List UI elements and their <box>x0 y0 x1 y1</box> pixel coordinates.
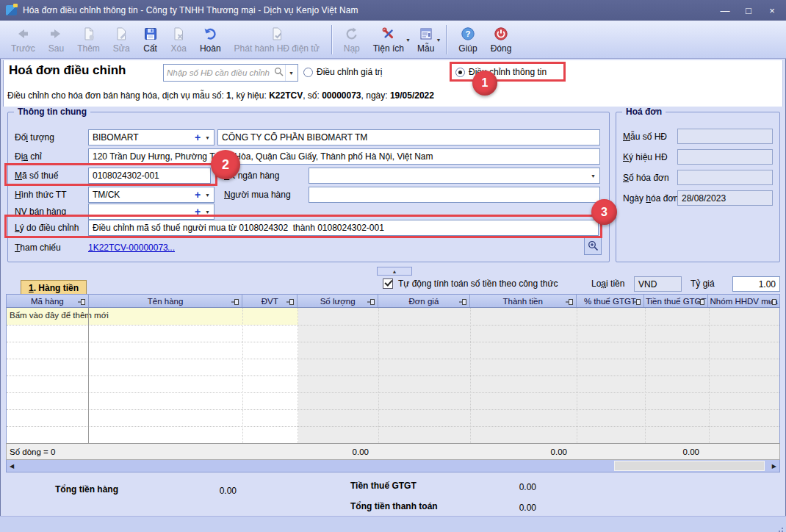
column-separator <box>470 308 471 443</box>
arrow-left-icon <box>15 26 30 42</box>
add-icon[interactable]: + <box>192 206 203 217</box>
search-input[interactable] <box>164 68 274 77</box>
label-nv-ban-hang: NV bán hàng <box>15 206 66 217</box>
toolbar-button-tiện-ích[interactable]: ▼Tiện ích <box>367 23 411 57</box>
label-tong-tien-thanh-toan: Tổng tiền thanh toán <box>350 501 438 511</box>
column-header-1[interactable]: Tên hàng <box>89 295 243 307</box>
invoice-field-2 <box>677 170 773 185</box>
toolbar-button-mẫu[interactable]: ▼Mẫu <box>411 23 441 57</box>
tham-chieu-more-link[interactable]: ... <box>167 242 175 253</box>
pin-icon[interactable] <box>566 298 574 307</box>
chevron-down-icon[interactable]: ▼ <box>203 193 214 198</box>
scroll-right-icon[interactable]: ▶ <box>772 461 776 472</box>
radio-dieu-chinh-thong-tin[interactable]: Điều chỉnh thông tin <box>455 66 547 78</box>
minimize-button[interactable]: — <box>717 5 733 16</box>
dia-chi-field[interactable] <box>88 148 600 165</box>
collapse-splitter-button[interactable]: ▲ <box>377 267 412 276</box>
column-header-6[interactable]: % thuế GTGT <box>577 295 645 307</box>
add-row-text[interactable]: Bấm vào đây để thêm mới <box>10 311 109 320</box>
status-bar <box>0 516 786 532</box>
chevron-down-icon[interactable]: ▼ <box>436 37 441 43</box>
column-header-0[interactable]: Mã hàng <box>7 295 89 307</box>
ly-do-dieu-chinh-field[interactable] <box>88 220 599 236</box>
row-separator <box>7 409 780 410</box>
chevron-down-icon[interactable]: ▼ <box>589 173 599 179</box>
loai-tien-field <box>634 276 682 292</box>
toolbar-button-hoàn[interactable]: Hoàn <box>193 23 228 57</box>
maximize-button[interactable]: □ <box>740 5 757 16</box>
radio-dieu-chinh-gia-tri[interactable]: Điều chỉnh giá trị <box>303 66 382 78</box>
resize-grip[interactable] <box>782 528 783 529</box>
column-header-7[interactable]: Tiền thuế GTGT <box>644 295 708 307</box>
label-ma-so-thue: Mã số thuế <box>15 170 58 181</box>
add-icon[interactable]: + <box>192 190 203 200</box>
grid-body[interactable]: Bấm vào đây để thêm mới <box>6 308 780 443</box>
tab-hang-tien[interactable]: 1. Hàng tiền <box>21 280 87 295</box>
pin-icon[interactable] <box>633 298 641 307</box>
toolbar-button-nạp: Nạp <box>337 23 367 57</box>
row-separator <box>7 392 780 393</box>
scroll-left-icon[interactable]: ◀ <box>10 461 14 472</box>
column-header-label: Mã hàng <box>31 297 64 306</box>
footer-sum: 0.00 <box>648 447 699 456</box>
pin-icon[interactable] <box>697 298 705 307</box>
toolbar-button-xóa: Xóa <box>165 23 193 57</box>
pin-icon[interactable] <box>231 298 239 307</box>
close-window-button[interactable]: × <box>764 5 780 16</box>
ma-so-thue-field[interactable] <box>88 168 211 184</box>
chevron-down-icon[interactable]: ▼ <box>203 135 214 140</box>
scrollbar-thumb[interactable] <box>614 461 765 471</box>
pin-icon[interactable] <box>78 298 86 307</box>
invoice-field-3 <box>677 190 773 206</box>
label-nguoi-mua-hang: Người mua hàng <box>224 190 291 200</box>
radio-off-icon <box>303 68 313 77</box>
label-invoice-field-2: Số hóa đơn <box>623 173 669 183</box>
toolbar-button-label: Tiện ích <box>373 43 404 54</box>
column-header-label: Tên hàng <box>148 297 184 306</box>
doi-tuong-name-field[interactable] <box>217 129 600 145</box>
column-header-5[interactable]: Thành tiền <box>470 295 577 307</box>
label-invoice-field-1: Ký hiệu HĐ <box>623 152 668 162</box>
doi-tuong-combo[interactable]: BIBOMART + ▼ <box>88 129 214 145</box>
nguoi-mua-hang-field[interactable] <box>309 187 600 203</box>
footer-sum: 0.00 <box>516 447 567 456</box>
toolbar-button-cất[interactable]: Cất <box>137 23 165 57</box>
chevron-down-icon[interactable]: ▼ <box>203 209 214 215</box>
app-icon <box>6 5 17 15</box>
doc-edit-icon <box>114 26 129 42</box>
column-header-label: % thuế GTGT <box>584 297 636 306</box>
svg-text:?: ? <box>465 29 470 38</box>
nv-ban-hang-combo[interactable]: + ▼ <box>88 204 214 220</box>
group-title: Hoá đơn <box>622 107 666 117</box>
zoom-reference-button[interactable] <box>584 237 602 255</box>
toolbar-separator <box>446 25 447 54</box>
chevron-down-icon[interactable]: ▼ <box>405 37 411 43</box>
toolbar-button-đóng[interactable]: Đóng <box>484 23 519 57</box>
hinh-thuc-tt-combo[interactable]: TM/CK + ▼ <box>88 187 214 203</box>
pin-icon[interactable] <box>286 298 295 307</box>
doc-new-icon <box>82 26 96 42</box>
grid-header: Mã hàngTên hàngĐVTSố lượngĐơn giáThành t… <box>6 294 780 308</box>
add-icon[interactable]: + <box>192 132 203 143</box>
pin-icon[interactable] <box>459 298 467 307</box>
invoice-search-combo[interactable]: ▼ <box>163 64 298 82</box>
ty-gia-field[interactable] <box>732 276 780 292</box>
column-header-2[interactable]: ĐVT <box>242 295 298 307</box>
column-header-3[interactable]: Số lượng <box>298 295 378 307</box>
pin-icon[interactable] <box>367 298 375 307</box>
toolbar-button-trước: Trước <box>4 23 42 57</box>
info-segment: K22TCV <box>269 90 303 101</box>
toolbar-button-giúp[interactable]: ?Giúp <box>452 23 483 57</box>
pin-icon[interactable] <box>769 298 777 307</box>
toolbar-button-label: Đóng <box>491 43 512 54</box>
tools-icon <box>381 26 396 42</box>
autocalc-checkbox[interactable] <box>383 278 393 289</box>
label-ty-gia: Tỷ giá <box>691 278 715 289</box>
tham-chieu-link[interactable]: 1K22TCV-00000073 <box>88 242 168 253</box>
horizontal-scrollbar[interactable]: ◀ ▶ <box>6 460 780 472</box>
label-dia-chi: Địa chỉ <box>15 151 42 162</box>
tk-ngan-hang-combo[interactable]: ▼ <box>309 168 600 184</box>
chevron-down-icon[interactable]: ▼ <box>285 65 298 81</box>
column-header-8[interactable]: Nhóm HHDV mua <box>708 295 779 307</box>
column-header-4[interactable]: Đơn giá <box>378 295 470 307</box>
